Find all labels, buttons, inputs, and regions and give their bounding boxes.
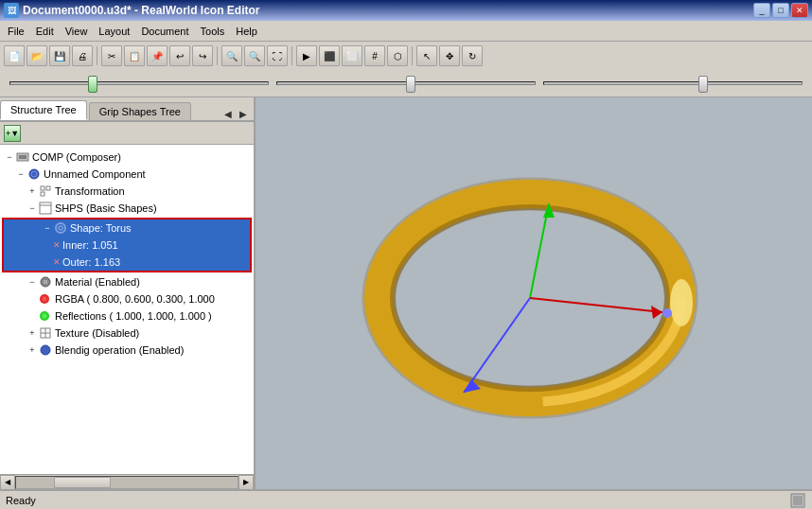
tb-zoom-fit[interactable]: ⛶ bbox=[267, 45, 288, 66]
tab-nav-right[interactable]: ▶ bbox=[237, 108, 250, 120]
icon-comp bbox=[15, 150, 30, 164]
slider-2-track bbox=[276, 81, 536, 85]
tb-render[interactable]: ▶ bbox=[296, 45, 317, 66]
tb-save[interactable]: 💾 bbox=[49, 45, 70, 66]
maximize-button[interactable]: □ bbox=[772, 3, 789, 18]
icon-transform bbox=[38, 184, 53, 198]
tb-open[interactable]: 📂 bbox=[26, 45, 47, 66]
tree-item-reflections[interactable]: Reflections ( 1.000, 1.000, 1.000 ) bbox=[0, 307, 254, 325]
slider-1-thumb[interactable] bbox=[88, 76, 97, 93]
scroll-left-btn[interactable]: ◀ bbox=[0, 475, 15, 490]
scroll-right-btn[interactable]: ▶ bbox=[238, 475, 254, 490]
slider-row bbox=[0, 70, 812, 97]
tb-wire[interactable]: ⬡ bbox=[387, 45, 408, 66]
tb-undo[interactable]: ↩ bbox=[169, 45, 190, 66]
tb-zoom-out[interactable]: 🔍 bbox=[244, 45, 265, 66]
menu-help[interactable]: Help bbox=[230, 24, 263, 39]
viewport[interactable] bbox=[256, 97, 812, 489]
icon-blending bbox=[38, 343, 53, 357]
svg-rect-1 bbox=[19, 155, 26, 159]
tab-bar: Structure Tree Grip Shapes Tree ◀ ▶ bbox=[0, 97, 254, 122]
menu-file[interactable]: File bbox=[2, 24, 30, 39]
tab-nav-left[interactable]: ◀ bbox=[221, 108, 235, 120]
tb-render3[interactable]: ⬜ bbox=[342, 45, 362, 66]
tb-arrow[interactable]: ↖ bbox=[416, 45, 437, 66]
slider-2-thumb[interactable] bbox=[406, 76, 415, 93]
menu-view[interactable]: View bbox=[60, 24, 94, 39]
label-inner: Inner: 1.051 bbox=[62, 239, 118, 251]
tree-item-texture[interactable]: + Texture (Disabled) bbox=[0, 325, 254, 342]
left-panel: Structure Tree Grip Shapes Tree ◀ ▶ +▼ −… bbox=[0, 97, 256, 489]
label-rgba: RGBA ( 0.800, 0.600, 0.300, 1.000 bbox=[55, 293, 215, 305]
label-shps: SHPS (Basic Shapes) bbox=[55, 202, 157, 214]
tree-item-material[interactable]: − Material (Enabled) bbox=[0, 273, 254, 290]
tab-structure-tree[interactable]: Structure Tree bbox=[0, 100, 87, 120]
tree-content[interactable]: − COMP (Composer) − Unnamed Component + bbox=[0, 145, 254, 474]
scene-svg bbox=[256, 97, 812, 489]
tree-item-outer[interactable]: ✕ Outer: 1.163 bbox=[4, 254, 250, 271]
tree-item-transform[interactable]: + Transformation bbox=[0, 183, 254, 200]
icon-reflections bbox=[38, 309, 53, 323]
svg-point-9 bbox=[56, 223, 65, 233]
menu-tools[interactable]: Tools bbox=[195, 24, 231, 39]
status-text: Ready bbox=[6, 495, 36, 506]
minimize-button[interactable]: _ bbox=[753, 3, 770, 18]
expand-comp[interactable]: − bbox=[4, 151, 15, 163]
viewport-3d bbox=[256, 97, 812, 489]
tree-item-blending[interactable]: + Blendig operation (Enabled) bbox=[0, 342, 254, 359]
label-blending: Blendig operation (Enabled) bbox=[55, 344, 184, 356]
label-reflections: Reflections ( 1.000, 1.000, 1.000 ) bbox=[55, 310, 212, 322]
tb-cut[interactable]: ✂ bbox=[101, 45, 122, 66]
tb-move[interactable]: ✥ bbox=[439, 45, 460, 66]
label-material: Material (Enabled) bbox=[55, 276, 140, 288]
icon-shps bbox=[38, 202, 53, 215]
expand-torus[interactable]: − bbox=[42, 222, 53, 234]
window-title: Document0000.u3d* - RealWorld Icon Edito… bbox=[23, 4, 260, 17]
tree-item-rgba[interactable]: RGBA ( 0.800, 0.600, 0.300, 1.000 bbox=[0, 290, 254, 307]
menu-document[interactable]: Document bbox=[135, 24, 194, 39]
tb-sep-4 bbox=[412, 46, 413, 65]
tb-redo[interactable]: ↪ bbox=[192, 45, 213, 66]
cross-outer: ✕ bbox=[53, 257, 61, 267]
tb-rotate[interactable]: ↻ bbox=[462, 45, 483, 66]
tb-paste[interactable]: 📌 bbox=[147, 45, 168, 66]
expand-texture[interactable]: + bbox=[26, 327, 38, 339]
expand-material[interactable]: − bbox=[26, 276, 38, 288]
status-icon bbox=[789, 492, 806, 509]
tree-add-btn[interactable]: +▼ bbox=[4, 125, 21, 142]
expand-shps[interactable]: − bbox=[26, 202, 38, 214]
tree-item-unnamed[interactable]: − Unnamed Component bbox=[0, 166, 254, 183]
menu-bar: File Edit View Layout Document Tools Hel… bbox=[0, 21, 812, 42]
tree-item-torus[interactable]: − Shape: Torus bbox=[4, 219, 250, 237]
scroll-thumb[interactable] bbox=[54, 477, 111, 488]
cross-inner: ✕ bbox=[53, 240, 61, 250]
window-controls: _ □ ✕ bbox=[753, 3, 808, 18]
tb-zoom-in[interactable]: 🔍 bbox=[221, 45, 242, 66]
expand-unnamed[interactable]: − bbox=[15, 168, 26, 180]
svg-rect-4 bbox=[41, 186, 44, 190]
slider-3-thumb[interactable] bbox=[698, 76, 708, 93]
title-bar-left: 🖼 Document0000.u3d* - RealWorld Icon Edi… bbox=[4, 3, 260, 18]
tree-item-comp[interactable]: − COMP (Composer) bbox=[0, 149, 254, 166]
tb-sep-3 bbox=[291, 46, 292, 65]
tree-item-shps[interactable]: − SHPS (Basic Shapes) bbox=[0, 200, 254, 217]
label-texture: Texture (Disabled) bbox=[55, 327, 139, 339]
tree-item-inner[interactable]: ✕ Inner: 1.051 bbox=[4, 237, 250, 254]
tb-copy[interactable]: 📋 bbox=[124, 45, 145, 66]
icon-texture bbox=[38, 326, 53, 340]
tb-new[interactable]: 📄 bbox=[4, 45, 25, 66]
expand-transform[interactable]: + bbox=[26, 185, 38, 197]
tab-grip-shapes-tree[interactable]: Grip Shapes Tree bbox=[89, 102, 191, 120]
menu-layout[interactable]: Layout bbox=[93, 24, 135, 39]
tb-grid[interactable]: # bbox=[364, 45, 385, 66]
menu-edit[interactable]: Edit bbox=[30, 24, 60, 39]
label-comp: COMP (Composer) bbox=[32, 151, 121, 163]
tb-sep-2 bbox=[217, 46, 218, 65]
expand-blending[interactable]: + bbox=[26, 344, 38, 356]
label-torus: Shape: Torus bbox=[70, 222, 132, 234]
tb-render2[interactable]: ⬛ bbox=[319, 45, 340, 66]
scroll-track[interactable] bbox=[15, 476, 238, 489]
tb-print[interactable]: 🖨 bbox=[72, 45, 93, 66]
close-button[interactable]: ✕ bbox=[791, 3, 808, 18]
label-unnamed: Unnamed Component bbox=[44, 168, 146, 180]
